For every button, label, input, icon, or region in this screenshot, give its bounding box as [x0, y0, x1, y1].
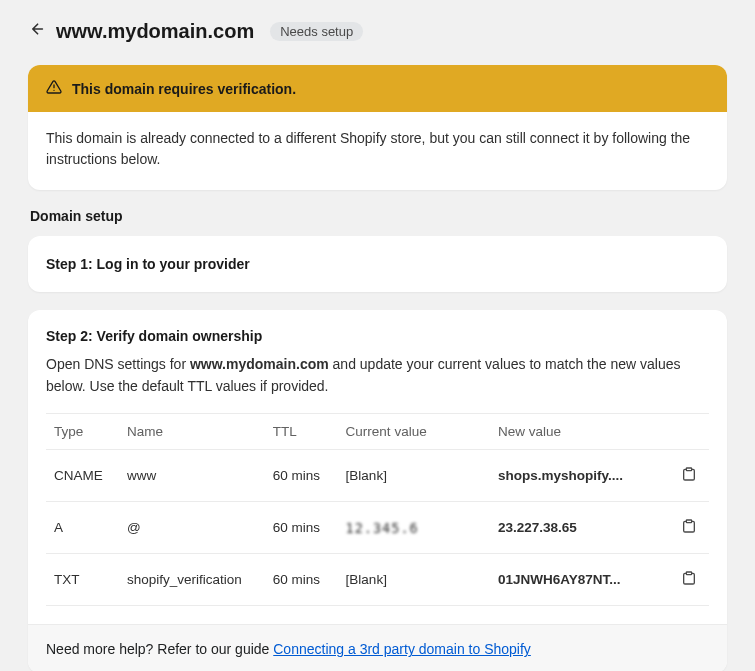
th-copy	[669, 414, 709, 450]
th-ttl: TTL	[265, 414, 338, 450]
th-name: Name	[119, 414, 265, 450]
cell-ttl: 60 mins	[265, 450, 338, 502]
clipboard-icon	[681, 518, 697, 537]
clipboard-icon	[681, 570, 697, 589]
help-link[interactable]: Connecting a 3rd party domain to Shopify	[273, 641, 531, 657]
th-new: New value	[490, 414, 669, 450]
cell-ttl: 60 mins	[265, 554, 338, 606]
back-button[interactable]	[28, 21, 44, 42]
alert-title: This domain requires verification.	[72, 81, 296, 97]
copy-button[interactable]	[677, 462, 701, 489]
cell-current: [Blank]	[338, 554, 490, 606]
alert-body: This domain is already connected to a di…	[28, 112, 727, 190]
cell-type: A	[46, 502, 119, 554]
cell-name: www	[119, 450, 265, 502]
svg-rect-2	[686, 468, 691, 471]
cell-new: shops.myshopify....	[490, 450, 669, 502]
cell-ttl: 60 mins	[265, 502, 338, 554]
step1-title: Step 1: Log in to your provider	[28, 236, 727, 292]
clipboard-icon	[681, 466, 697, 485]
help-prefix: Need more help? Refer to our guide	[46, 641, 273, 657]
table-row: A@60 mins12.345.623.227.38.65	[46, 502, 709, 554]
svg-rect-3	[686, 520, 691, 523]
cell-current: [Blank]	[338, 450, 490, 502]
step2-desc-prefix: Open DNS settings for	[46, 356, 190, 372]
svg-rect-4	[686, 572, 691, 575]
table-row: TXTshopify_verification60 mins[Blank]01J…	[46, 554, 709, 606]
page-title: www.mydomain.com	[56, 20, 254, 43]
copy-button[interactable]	[677, 566, 701, 593]
cell-copy	[669, 554, 709, 606]
page-header: www.mydomain.com Needs setup	[28, 20, 727, 43]
section-label: Domain setup	[30, 208, 725, 224]
step1-card: Step 1: Log in to your provider	[28, 236, 727, 292]
cell-name: shopify_verification	[119, 554, 265, 606]
cell-type: CNAME	[46, 450, 119, 502]
cell-current: 12.345.6	[338, 502, 490, 554]
th-type: Type	[46, 414, 119, 450]
arrow-left-icon	[28, 21, 44, 42]
step2-card: Step 2: Verify domain ownership Open DNS…	[28, 310, 727, 671]
dns-table: Type Name TTL Current value New value CN…	[46, 413, 709, 606]
help-bar: Need more help? Refer to our guide Conne…	[28, 624, 727, 671]
cell-type: TXT	[46, 554, 119, 606]
table-row: CNAMEwww60 mins[Blank]shops.myshopify...…	[46, 450, 709, 502]
cell-name: @	[119, 502, 265, 554]
alert-banner: This domain requires verification.	[28, 65, 727, 112]
status-badge: Needs setup	[270, 22, 363, 41]
cell-new: 01JNWH6AY87NT...	[490, 554, 669, 606]
step2-desc-domain: www.mydomain.com	[190, 356, 329, 372]
warning-icon	[46, 79, 62, 98]
step2-title: Step 2: Verify domain ownership	[46, 328, 709, 344]
copy-button[interactable]	[677, 514, 701, 541]
step2-description: Open DNS settings for www.mydomain.com a…	[46, 354, 709, 397]
verification-alert-card: This domain requires verification. This …	[28, 65, 727, 190]
cell-new: 23.227.38.65	[490, 502, 669, 554]
cell-copy	[669, 450, 709, 502]
cell-copy	[669, 502, 709, 554]
th-current: Current value	[338, 414, 490, 450]
